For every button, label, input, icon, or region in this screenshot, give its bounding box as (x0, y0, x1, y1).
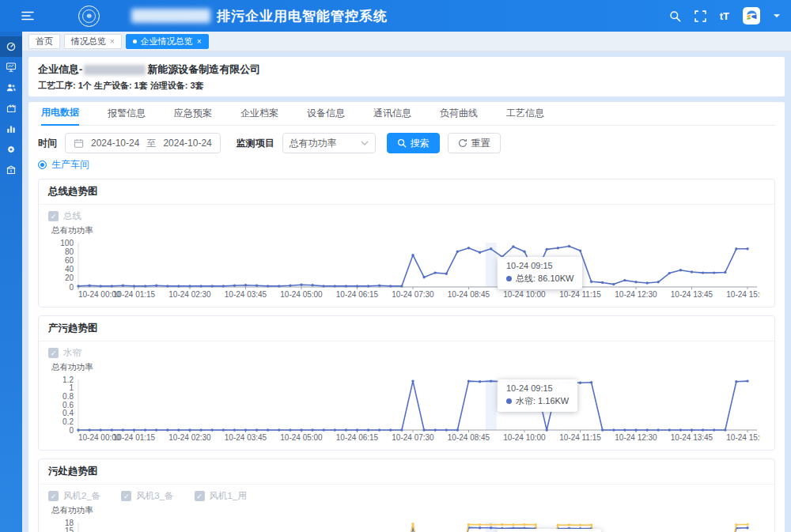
crumb-tab-enterprise-overview[interactable]: 企业情况总览 × (126, 34, 209, 49)
y-tick-label: 40 (65, 265, 74, 274)
tab-process-info[interactable]: 工艺信息 (506, 102, 544, 126)
calendar-icon (74, 138, 84, 149)
menu-collapse-icon[interactable] (21, 9, 34, 22)
legend-label: 风机2_备 (63, 490, 100, 502)
reset-button[interactable]: 重置 (448, 133, 501, 153)
tab-alarm-info[interactable]: 报警信息 (108, 102, 146, 126)
pollution-treatment-trend-card: 污处趋势图 ✓风机2_备✓风机3_备✓风机1_用 总有功功率 036912151… (38, 458, 775, 532)
user-group-icon (6, 82, 17, 93)
x-tick-label: 10-24 15:00 (726, 433, 760, 442)
sidebar-item-users[interactable] (0, 77, 22, 98)
y-tick-label: 1.2 (62, 375, 74, 384)
fullscreen-icon[interactable] (694, 10, 706, 22)
date-range-picker[interactable]: 2024-10-24 至 2024-10-24 (65, 133, 221, 153)
chart-tooltip: 10-24 09:15总线: 86.10KW (498, 257, 582, 289)
tooltip-value: 总线: 86.10KW (516, 273, 573, 285)
chart-area[interactable]: 00.20.40.60.811.210-24 00:0010-24 01:151… (42, 373, 774, 447)
company-info-card: 企业信息- 新能源设备制造有限公司 工艺工序: 1个 生产设备: 1套 治理设备… (28, 57, 785, 96)
chart-area[interactable]: 02040608010010-24 00:0010-24 01:1510-24 … (42, 236, 774, 304)
user-menu-caret-icon[interactable] (774, 14, 780, 18)
date-end-value[interactable]: 2024-10-24 (163, 138, 211, 149)
y-axis-name: 总有功功率 (51, 505, 774, 516)
sidebar-item-enterprise[interactable] (0, 98, 22, 119)
date-start-value[interactable]: 2024-10-24 (91, 138, 139, 149)
legend-checkbox[interactable]: ✓风机3_备 (121, 490, 173, 502)
monitor-item-select[interactable]: 总有功功率 (282, 133, 376, 153)
tab-power-data[interactable]: 用电数据 (41, 102, 79, 126)
company-title-prefix: 企业信息- (38, 62, 82, 77)
sidebar-item-statistics[interactable] (0, 119, 22, 139)
chart-title: 产污趋势图 (39, 316, 774, 341)
search-button-label: 搜索 (411, 137, 430, 150)
legend-label: 水帘 (63, 347, 81, 359)
y-tick-label: 60 (65, 256, 74, 265)
redacted-title-prefix (131, 9, 210, 23)
hover-highlight-band (486, 379, 497, 430)
legend-checkbox[interactable]: ✓风机1_用 (195, 490, 247, 502)
tab-device-info[interactable]: 设备信息 (307, 102, 345, 126)
breadcrumb-tab-bar: 首页 情况总览 × 企业情况总览 × (22, 32, 791, 51)
y-tick-label: 100 (60, 239, 74, 247)
sidebar-item-dashboard[interactable] (0, 36, 22, 57)
page-scroll-area[interactable]: 企业信息- 新能源设备制造有限公司 工艺工序: 1个 生产设备: 1套 治理设备… (22, 51, 791, 532)
close-icon[interactable]: × (110, 37, 115, 46)
x-tick-label: 10-24 13:45 (671, 290, 713, 299)
x-tick-label: 10-24 12:30 (615, 290, 657, 299)
legend-label: 风机1_用 (210, 490, 247, 502)
x-tick-label: 10-24 05:00 (280, 290, 323, 299)
y-tick-label: 15 (65, 526, 74, 532)
pollution-production-trend-card: 产污趋势图 ✓水帘 总有功功率 00.20.40.60.811.210-24 0… (38, 315, 775, 451)
search-icon[interactable] (669, 10, 681, 22)
gear-icon (6, 144, 17, 155)
search-icon (397, 138, 407, 148)
checkbox-icon: ✓ (48, 211, 59, 221)
legend-checkbox[interactable]: ✓总线 (48, 210, 81, 222)
x-tick-label: 10-24 10:00 (503, 290, 546, 299)
crumb-label: 情况总览 (71, 36, 106, 47)
checkbox-icon: ✓ (48, 348, 59, 358)
x-tick-label: 10-24 08:45 (448, 433, 490, 442)
y-tick-label: 0 (69, 426, 74, 435)
x-tick-label: 10-24 10:00 (503, 433, 546, 442)
bar-chart-icon (6, 123, 17, 134)
tab-load-curve[interactable]: 负荷曲线 (440, 102, 478, 126)
y-tick-label: 0.2 (62, 417, 74, 426)
dashboard-icon (6, 41, 17, 52)
sidebar-item-monitor[interactable] (0, 57, 22, 77)
company-title-suffix: 新能源设备制造有限公司 (147, 62, 260, 77)
reset-button-label: 重置 (471, 137, 490, 150)
user-avatar[interactable] (743, 7, 760, 25)
chart-title: 污处趋势图 (39, 459, 774, 485)
monitor-chart-icon (6, 62, 17, 73)
close-icon[interactable]: × (197, 37, 202, 46)
filter-row: 时间 2024-10-24 至 2024-10-24 监测项目 总有功功率 (38, 133, 775, 153)
legend-checkbox[interactable]: ✓风机2_备 (48, 490, 100, 502)
y-axis-name: 总有功功率 (51, 362, 774, 373)
system-logo: ☸ (78, 6, 100, 27)
company-title: 企业信息- 新能源设备制造有限公司 (38, 62, 775, 77)
checkbox-icon: ✓ (195, 491, 205, 501)
radio-selected-icon (38, 160, 47, 169)
legend-checkbox[interactable]: ✓水帘 (48, 347, 81, 359)
search-button[interactable]: 搜索 (387, 133, 440, 153)
crumb-tab-home[interactable]: 首页 (28, 34, 60, 49)
font-size-icon[interactable]: tT (720, 10, 729, 22)
x-tick-label: 10-24 06:15 (336, 433, 379, 442)
workshop-radio[interactable]: 生产车间 (38, 158, 775, 172)
y-tick-label: 18 (65, 519, 74, 527)
x-tick-label: 10-24 11:15 (559, 290, 601, 299)
sidebar-item-settings[interactable] (0, 139, 22, 160)
company-stats: 工艺工序: 1个 生产设备: 1套 治理设备: 3套 (38, 80, 775, 92)
legend-label: 风机3_备 (136, 490, 173, 502)
active-dot (133, 40, 137, 43)
sidebar-item-archive[interactable] (0, 160, 22, 180)
tab-communication-info[interactable]: 通讯信息 (373, 102, 411, 126)
chart-area[interactable]: 036912151810-24 00:0010-24 01:1510-24 02… (42, 516, 774, 532)
crumb-tab-overview[interactable]: 情况总览 × (64, 34, 122, 49)
tab-enterprise-archive[interactable]: 企业档案 (240, 102, 278, 126)
y-tick-label: 20 (65, 274, 74, 282)
workshop-radio-label: 生产车间 (51, 158, 89, 172)
refresh-icon (458, 138, 467, 148)
tab-emergency-plan[interactable]: 应急预案 (174, 102, 212, 126)
crumb-label: 首页 (36, 36, 53, 47)
